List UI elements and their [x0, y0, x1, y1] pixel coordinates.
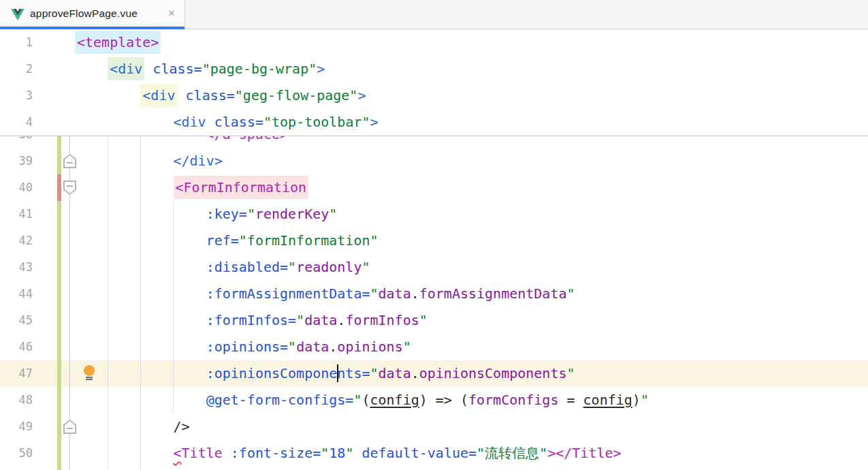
code-token: ": [247, 206, 255, 222]
code-token: "formInformation": [239, 232, 379, 249]
code-line[interactable]: 41 :key="renderKey": [0, 201, 868, 228]
intention-lightbulb-icon[interactable]: [83, 365, 95, 381]
code-token: "流转信息": [477, 445, 547, 461]
code-token: ": [567, 365, 575, 381]
code-text: :opinionsComponents="data.opinionsCompon…: [75, 360, 575, 387]
code-token: [206, 114, 214, 130]
code-token: opinionsComponents: [419, 365, 567, 381]
code-text: <div class="top-toolbar">: [75, 109, 379, 136]
code-token: ": [353, 392, 361, 408]
code-line[interactable]: 39 </div>: [0, 148, 868, 174]
code-token: ref=: [206, 232, 239, 249]
code-token: data: [304, 312, 337, 328]
line-number: 2: [0, 56, 33, 82]
code-token: ": [288, 259, 296, 275]
code-token: </div>: [174, 153, 223, 169]
code-text: <template>: [75, 29, 161, 56]
bulb-base: [86, 377, 93, 378]
code-text: ref="formInformation": [75, 228, 379, 254]
code-token: .: [337, 312, 345, 328]
code-line[interactable]: 45 :formInfos="data.formInfos": [0, 307, 868, 334]
bulb-base: [86, 379, 93, 380]
code-token: opinions: [337, 339, 402, 355]
pinned-code-line[interactable]: 1<template>: [0, 29, 868, 56]
code-token: <div: [140, 84, 177, 107]
code-token: "page-bg-wrap": [202, 61, 317, 77]
text-caret: [337, 364, 338, 382]
code-token: ": [370, 285, 378, 302]
code-token: =: [558, 392, 583, 408]
pinned-code-line[interactable]: 2 <div class="page-bg-wrap">: [0, 56, 868, 82]
code-token: .: [411, 285, 419, 302]
code-text: <div class="geg-flow-page">: [75, 82, 366, 109]
code-text: :formInfos="data.formInfos": [75, 307, 428, 334]
code-token: [75, 153, 174, 169]
code-token: default-value=: [362, 445, 477, 461]
code-token: [144, 61, 152, 77]
code-text: />: [75, 413, 190, 440]
tab-approveflowpage-vue[interactable]: approveFlowPage.vue ✕: [0, 0, 185, 29]
code-token: .: [411, 365, 419, 381]
code-token: formAssignmentData: [419, 285, 567, 302]
code-token: :formInfos=: [206, 312, 296, 328]
vue-logo-icon: [11, 9, 25, 20]
code-line[interactable]: 47 :opinionsComponents="data.opinionsCom…: [0, 360, 868, 387]
code-token: @get-form-configs=: [206, 392, 354, 408]
line-number: 43: [0, 254, 33, 281]
code-text: <div class="page-bg-wrap">: [75, 56, 325, 82]
code-token: .: [329, 339, 337, 355]
code-token: data: [379, 365, 411, 381]
code-line[interactable]: 49 />: [0, 413, 868, 440]
code-token: [75, 418, 174, 435]
code-token: :opinionsComponents=: [206, 365, 370, 381]
code-token: [223, 445, 231, 461]
code-token: data: [296, 339, 329, 355]
code-token: :formAssignmentData=: [206, 285, 370, 302]
code-line[interactable]: 42 ref="formInformation": [0, 228, 868, 254]
code-token: ": [641, 392, 649, 408]
line-number: 50: [0, 440, 33, 467]
code-token: :font-size=: [231, 445, 321, 461]
code-token: :opinions=: [206, 339, 288, 355]
bulb-glass: [84, 365, 95, 376]
fold-marker-icon[interactable]: [63, 420, 76, 434]
code-token: <: [174, 445, 182, 461]
code-line[interactable]: 40 <FormInformation: [0, 174, 868, 201]
code-token: ": [296, 312, 304, 328]
fold-marker-icon[interactable]: [63, 154, 76, 168]
code-token: ) => (: [419, 392, 468, 408]
pinned-code-line[interactable]: 3 <div class="geg-flow-page">: [0, 82, 868, 109]
sticky-lines-panel: 1<template>2 <div class="page-bg-wrap">3…: [0, 29, 868, 136]
indent-guide: [140, 136, 141, 470]
code-token: [75, 179, 174, 195]
code-token: config: [583, 392, 632, 408]
code-token: <div: [174, 114, 206, 130]
code-token: class=: [214, 114, 263, 130]
fold-marker-icon[interactable]: [63, 181, 76, 195]
code-token: [75, 61, 108, 77]
code-token: Title: [182, 445, 223, 461]
code-token: >: [317, 61, 325, 77]
code-line[interactable]: 46 :opinions="data.opinions": [0, 334, 868, 360]
code-line[interactable]: 43 :disabled="readonly": [0, 254, 868, 281]
code-text: @get-form-configs="(config) => (formConf…: [75, 387, 649, 413]
line-number: 49: [0, 413, 33, 440]
code-line[interactable]: 48 @get-form-configs="(config) => (formC…: [0, 387, 868, 413]
code-line[interactable]: 44 :formAssignmentData="data.formAssignm…: [0, 281, 868, 307]
close-icon[interactable]: ✕: [165, 0, 178, 27]
code-token: ": [345, 445, 353, 461]
editor-area[interactable]: 38 </a-space>39 </div>40 <FormInformatio…: [0, 29, 868, 470]
code-token: />: [174, 418, 190, 435]
code-token: ": [361, 259, 370, 275]
code-text: :key="renderKey": [75, 201, 337, 228]
code-token: ": [403, 339, 411, 355]
pinned-code-line[interactable]: 4 <div class="top-toolbar">: [0, 109, 868, 136]
code-token: :key=: [206, 206, 247, 222]
code-line[interactable]: 50 <Title :font-size="18" default-value=…: [0, 440, 868, 467]
line-number: 3: [0, 82, 33, 109]
line-number: 45: [0, 307, 33, 334]
line-number: 47: [0, 360, 33, 387]
code-token: :disabled=: [206, 259, 288, 275]
code-token: formInfos: [345, 312, 419, 328]
line-number: 42: [0, 228, 33, 254]
